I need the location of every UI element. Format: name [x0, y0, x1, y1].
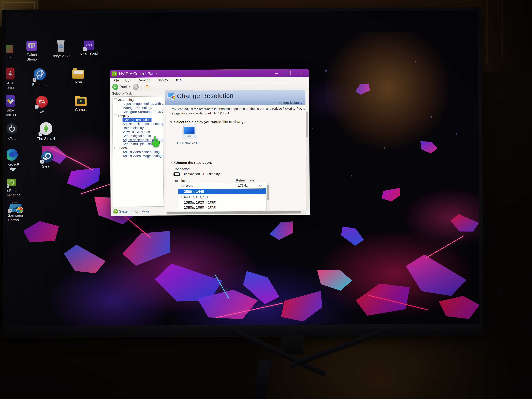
close-button[interactable]: × [300, 70, 303, 76]
wallpaper-shard [418, 140, 438, 155]
tree-section-3d-settings[interactable]: 3D Settings [113, 98, 163, 102]
desktop-icon-battle-net[interactable]: ↗ Battle.net [29, 68, 51, 87]
tree-section-display[interactable]: Display [113, 114, 163, 118]
wallpaper-shard [64, 164, 104, 193]
a64-icon: 4 [6, 68, 14, 79]
desktop-icon-josh-folder[interactable]: Josh [69, 70, 87, 85]
nvidia-logo-icon [112, 71, 117, 76]
monitor-stand-leg [253, 360, 271, 399]
desktop-icon-mer[interactable]: mer [6, 45, 16, 59]
wallpaper-shard [118, 221, 179, 273]
sims-4-icon: ↗ [40, 122, 52, 135]
icon-label: The Sims 4 [34, 136, 58, 141]
maximize-button[interactable] [286, 71, 291, 75]
collapse-icon[interactable] [114, 99, 117, 101]
wallpaper-debris [311, 128, 313, 130]
shortcut-arrow-icon: ↗ [83, 47, 87, 51]
description-line-2: signal for your standard-definition (SD)… [172, 111, 305, 115]
desktop-icon-microsoft-edge[interactable]: Microsoft Edge [6, 149, 24, 171]
tree-item-manage-3d-settings[interactable]: Manage 3D settings [113, 106, 163, 110]
desktop-screen: Twitch Studio ♻ Recycle Bin NZXT ↗ NZXT … [6, 11, 480, 326]
menu-desktop[interactable]: Desktop [138, 78, 150, 82]
desktop-icon-games-folder[interactable]: Games [72, 97, 90, 112]
collapse-icon[interactable] [114, 114, 117, 117]
desktop-icon-steam[interactable]: ↗ Steam [38, 151, 57, 169]
tree-item-view-hdcp-status[interactable]: View HDCP status [113, 130, 163, 134]
tree-item-adjust-video-color[interactable]: Adjust video color settings [113, 150, 163, 154]
wallpaper-debris [430, 116, 432, 119]
shortcut-arrow-icon: ↗ [40, 160, 44, 164]
evga-icon [6, 95, 15, 107]
wallpaper-debris [383, 147, 385, 149]
task-sidebar: Select a Task... 3D Settings Adjust imag… [110, 90, 166, 216]
wallpaper-shard [22, 218, 61, 246]
desktop-icon-recycle-bin[interactable]: ♻ Recycle Bin [50, 40, 72, 58]
forward-button[interactable]: → [133, 84, 139, 90]
system-information-link[interactable]: System Information [114, 209, 149, 213]
wallpaper-shard [438, 294, 480, 322]
desktop-icon-evga-precision[interactable]: VGA sion X1 [6, 95, 18, 117]
icon-label: GeForce Experience [6, 188, 23, 197]
system-information-icon [114, 209, 118, 214]
desktop-icon-twitch-studio[interactable]: Twitch Studio [25, 41, 38, 62]
vertical-scrollbar[interactable] [306, 111, 309, 210]
desktop-icon-icue[interactable]: iCUE [6, 122, 21, 141]
icon-label: iCUE [6, 136, 21, 141]
desktop-icon-samsung-portable-ssd[interactable]: Portable SSD ↗ Samsung Portabl... [6, 201, 27, 222]
horizontal-scrollbar[interactable] [166, 211, 306, 215]
desktop-icon-a64[interactable]: 4 A64 eme [6, 68, 18, 90]
home-icon[interactable] [145, 84, 150, 89]
displayport-icon [173, 172, 180, 176]
room-photo: Twitch Studio ♻ Recycle Bin NZXT ↗ NZXT … [0, 0, 532, 399]
tree-item-adjust-desktop-color[interactable]: Adjust desktop color settings [113, 122, 163, 126]
edge-icon [6, 149, 18, 161]
tree-item-adjust-image-settings[interactable]: Adjust image settings with preview [113, 101, 163, 106]
minimize-button[interactable]: – [275, 70, 278, 76]
restore-defaults-button[interactable]: Restore Defaults [277, 101, 302, 105]
content-pane: Change Resolution Restore Defaults You c… [165, 90, 306, 211]
wallpaper-debris [455, 133, 457, 135]
refresh-rate-label: Refresh rate: [236, 178, 255, 182]
menu-file[interactable]: File [113, 78, 119, 82]
tree-item-change-resolution[interactable]: Change resolution [113, 118, 163, 122]
desktop-icon-geforce-experience[interactable]: ↗ GeForce Experience [6, 178, 23, 197]
desktop-icon-ea[interactable]: EA ↗ EA [32, 96, 52, 114]
desktop-icon-nzxt-cam[interactable]: NZXT ↗ NZXT CAM [79, 40, 99, 56]
menu-help[interactable]: Help [174, 78, 182, 82]
folder-icon [75, 97, 87, 106]
page-title: Change Resolution [177, 92, 234, 100]
shortcut-arrow-icon: ↗ [32, 78, 36, 82]
twitch-studio-icon [26, 41, 37, 51]
folder-icon [72, 70, 84, 79]
menu-display[interactable]: Display [157, 78, 168, 82]
resolution-item[interactable]: 1080p, 1920 × 1080 [178, 200, 266, 205]
tree-item-rotate-display[interactable]: Rotate display [113, 126, 163, 130]
refresh-rate-value: 175Hz [238, 184, 248, 187]
battle-net-icon: ↗ [34, 68, 46, 81]
wallpaper-shard [380, 186, 403, 204]
shortcut-arrow-icon: ↗ [35, 105, 38, 109]
title-bar[interactable]: NVIDIA Control Panel – × [110, 69, 309, 78]
tree-item-adjust-video-image[interactable]: Adjust video image settings [113, 154, 163, 158]
icon-label: Recycle Bin [50, 54, 72, 58]
refresh-rate-select[interactable]: 175Hz [236, 182, 263, 189]
resolution-item[interactable]: 1080p, 1680 × 1050 [178, 204, 266, 210]
icon-label: Steam [38, 164, 57, 169]
menu-edit[interactable]: Edit [125, 78, 131, 82]
tree-item-configure-surround-physx[interactable]: Configure Surround, PhysX [113, 110, 163, 114]
page-header-banner: Change Resolution [165, 90, 305, 101]
display-tile[interactable]: LG Electronics LG ... [174, 125, 205, 145]
wallpaper-streak [426, 235, 464, 258]
collapse-icon[interactable] [114, 147, 117, 149]
desktop-icon-the-sims-4[interactable]: ↗ The Sims 4 [34, 122, 58, 141]
icon-label: EA [32, 109, 51, 114]
wallpaper-shard [59, 242, 107, 280]
icon-label: Games [72, 107, 90, 112]
connector-label: Connector: [173, 167, 190, 171]
back-button[interactable]: ← [112, 84, 118, 90]
list-scrollbar[interactable] [266, 183, 270, 211]
back-dropdown-caret[interactable]: ▾ [129, 85, 131, 89]
icon-label: Josh [69, 80, 87, 85]
wallpaper-shard [315, 267, 353, 292]
resolution-item-selected[interactable]: 2560 × 1440 [178, 188, 266, 194]
